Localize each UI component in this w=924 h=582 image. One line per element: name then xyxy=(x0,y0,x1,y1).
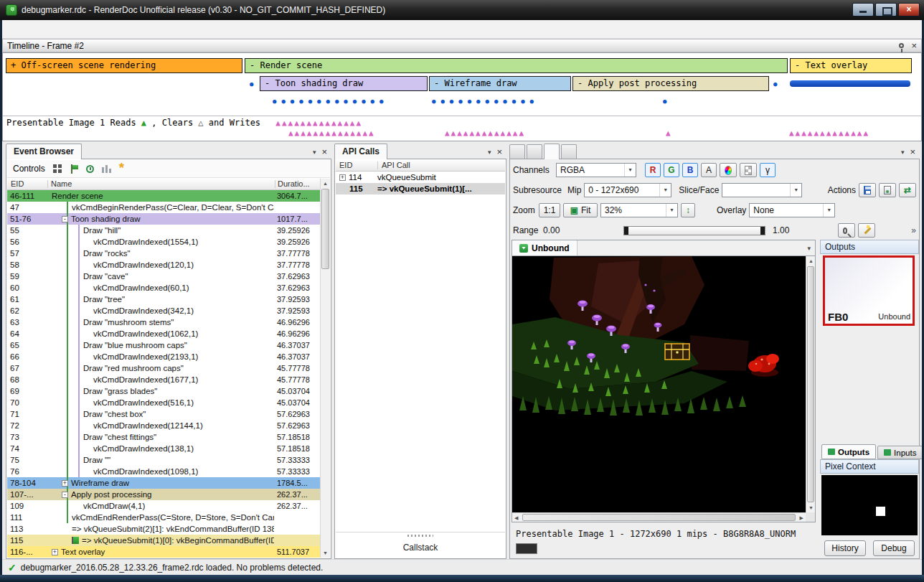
right-panel-tab[interactable] xyxy=(561,144,577,159)
event-row[interactable]: 109 vkCmdDraw(4,1) 262.37... xyxy=(7,500,320,512)
stats-icon[interactable] xyxy=(102,164,111,173)
close-button[interactable]: × xyxy=(898,3,920,17)
texture-vertical-scrollbar[interactable]: ▲ ▼ xyxy=(806,256,815,512)
scrollbar-thumb[interactable] xyxy=(321,189,329,269)
event-row[interactable]: 46-111 Render scene 3064.7... xyxy=(7,190,320,202)
zoom-1to1-button[interactable]: 1:1 xyxy=(539,203,560,217)
zoom-select[interactable]: 32%▾ xyxy=(600,203,678,217)
panel-menu-icon[interactable]: ▾ xyxy=(313,149,316,156)
event-row[interactable]: 69 Draw "grass blades" 45.03704 xyxy=(7,385,320,397)
event-row[interactable]: 70 vkCmdDrawIndexed(516,1) 45.03704 xyxy=(7,397,320,408)
scrollbar-thumb[interactable] xyxy=(522,514,796,521)
event-row[interactable]: 59 Draw "cave" 37.62963 xyxy=(7,271,320,282)
range-slider[interactable] xyxy=(623,226,765,235)
timeline-bar-text-overlay[interactable]: - Text overlay xyxy=(790,58,912,73)
settings-icon[interactable]: * xyxy=(119,164,124,173)
scroll-left-icon[interactable]: ◀ xyxy=(514,515,518,521)
expander-icon[interactable]: + xyxy=(62,480,68,487)
channel-alpha-toggle[interactable]: A xyxy=(701,163,717,177)
panel-menu-icon[interactable]: ▾ xyxy=(488,149,491,156)
event-row[interactable]: 111 vkCmdEndRenderPass(C=Store, D=Store,… xyxy=(7,512,320,523)
expander-icon[interactable]: + xyxy=(339,174,346,181)
gamma-toggle[interactable]: γ xyxy=(760,163,776,177)
event-row[interactable]: 78-104 +Wireframe draw 1784.5... xyxy=(7,477,320,489)
timeline-bar-offscreen[interactable]: + Off-screen scene rendering xyxy=(6,58,242,73)
texture-tab-unbound[interactable]: Unbound xyxy=(512,240,578,256)
expander-icon[interactable]: - xyxy=(62,216,68,222)
timeline-bar-render-scene[interactable]: - Render scene xyxy=(245,58,788,73)
panel-close-icon[interactable]: × xyxy=(321,148,327,156)
callstack-splitter[interactable] xyxy=(336,532,505,532)
mip-select[interactable]: 0 - 1272x690▾ xyxy=(584,183,671,197)
fb0-thumbnail[interactable]: FB0 Unbound xyxy=(823,255,915,326)
panel-close-icon[interactable]: × xyxy=(496,148,502,156)
column-eid[interactable]: EID xyxy=(11,179,24,188)
event-row[interactable]: 51-76 -Toon shading draw 1017.7... xyxy=(7,213,320,225)
event-row[interactable]: 74 vkCmdDrawIndexed(138,1) 57.18518 xyxy=(7,443,320,454)
event-row[interactable]: 107-... -Apply post processing 262.37... xyxy=(7,489,320,500)
goto-resource-button[interactable]: ⇄ xyxy=(899,183,916,197)
event-row[interactable]: 65 Draw "blue mushroom caps" 46.37037 xyxy=(7,339,320,351)
event-row[interactable]: 71 Draw "chest box" 57.62963 xyxy=(7,408,320,420)
titlebar[interactable]: debugmarker.rdc - RenderDoc Unofficial r… xyxy=(0,0,924,20)
pin-icon[interactable] xyxy=(899,43,904,48)
menu-item[interactable] xyxy=(37,27,54,32)
timeline-toon-draw-dots[interactable]: ●●●●●●●●●●●●● xyxy=(273,96,388,106)
timeline-close-icon[interactable]: × xyxy=(911,42,917,50)
right-panel-tab[interactable] xyxy=(527,144,542,159)
channel-red-toggle[interactable]: R xyxy=(645,163,661,177)
event-row[interactable]: 47 vkCmdBeginRenderPass(C=Clear, D=Clear… xyxy=(7,202,320,213)
event-row[interactable]: 68 vkCmdDrawIndexed(1677,1) 45.77778 xyxy=(7,374,320,385)
event-row[interactable]: 67 Draw "red mushroom caps" 45.77778 xyxy=(7,362,320,374)
timeline-text-overlay-draws[interactable] xyxy=(790,80,910,87)
panel-close-icon[interactable]: × xyxy=(910,148,915,156)
panel-menu-icon[interactable]: ▾ xyxy=(901,149,905,156)
column-eid[interactable]: EID xyxy=(339,161,352,169)
api-call-row[interactable]: +114 vkQueueSubmit xyxy=(336,172,505,183)
event-browser-scrollbar[interactable]: ▲ ▼ xyxy=(320,179,330,558)
history-button[interactable]: History xyxy=(824,540,866,556)
minimize-button[interactable] xyxy=(852,3,874,17)
bookmark-icon[interactable] xyxy=(70,164,78,174)
save-texture-button[interactable] xyxy=(859,183,876,197)
texture-list-dropdown-icon[interactable]: ▾ xyxy=(807,245,815,252)
timeline-draw-dot[interactable]: ● xyxy=(773,79,782,89)
timeline-draw-dot[interactable]: ● xyxy=(250,79,258,89)
scroll-up-icon[interactable]: ▲ xyxy=(321,179,330,188)
event-row[interactable]: 66 vkCmdDrawIndexed(2193,1) 46.37037 xyxy=(7,351,320,362)
timeline-header[interactable]: Timeline - Frame #2 × xyxy=(2,39,922,52)
autofit-range-button[interactable] xyxy=(858,223,875,238)
event-row[interactable]: 57 Draw "rocks" 37.77778 xyxy=(7,248,320,259)
tab-api-calls[interactable]: API Calls xyxy=(334,144,387,159)
menu-item[interactable] xyxy=(2,27,19,32)
event-row[interactable]: 75 Draw "" 57.33333 xyxy=(7,454,320,466)
open-texture-list-button[interactable] xyxy=(879,183,896,197)
alpha-background-button[interactable] xyxy=(740,163,757,177)
pixel-context-view[interactable] xyxy=(821,475,918,535)
expander-icon[interactable]: + xyxy=(52,549,58,555)
column-duration[interactable]: Duratio... xyxy=(278,179,310,188)
scroll-up-icon[interactable]: ▲ xyxy=(808,258,814,263)
zoom-range-button[interactable] xyxy=(838,223,855,238)
filter-icon[interactable] xyxy=(53,164,62,173)
event-row[interactable]: 76 vkCmdDrawIndexed(1098,1) 57.33333 xyxy=(7,466,320,477)
event-row[interactable]: 73 Draw "chest fittings" 57.18518 xyxy=(7,431,320,443)
event-row[interactable]: 62 vkCmdDrawIndexed(342,1) 37.92593 xyxy=(7,305,320,316)
right-panel-tab[interactable] xyxy=(544,144,560,159)
timeline[interactable]: + Off-screen scene rendering - Render sc… xyxy=(2,52,922,141)
io-tab[interactable]: Outputs xyxy=(821,444,876,459)
custom-display-button[interactable] xyxy=(720,163,737,177)
toolbar-overflow-icon[interactable]: » xyxy=(911,225,916,235)
scroll-down-icon[interactable]: ▼ xyxy=(808,505,814,510)
event-row[interactable]: 115 => vkQueueSubmit(1)[0]: vkBeginComma… xyxy=(7,535,320,546)
texture-horizontal-scrollbar[interactable]: ◀ ▶ xyxy=(512,512,806,522)
event-row[interactable]: 64 vkCmdDrawIndexed(1062,1) 46.96296 xyxy=(7,328,320,339)
timeline-bar-toon[interactable]: - Toon shading draw xyxy=(260,76,428,91)
menu-item[interactable] xyxy=(54,27,71,32)
timeline-postproc-draw-dot[interactable]: ● xyxy=(663,96,671,106)
menu-item[interactable] xyxy=(19,27,37,32)
column-name[interactable]: Name xyxy=(51,179,72,188)
io-tab[interactable]: Inputs xyxy=(877,446,923,459)
channels-select[interactable]: RGBA▾ xyxy=(556,163,636,177)
channel-blue-toggle[interactable]: B xyxy=(682,163,698,177)
